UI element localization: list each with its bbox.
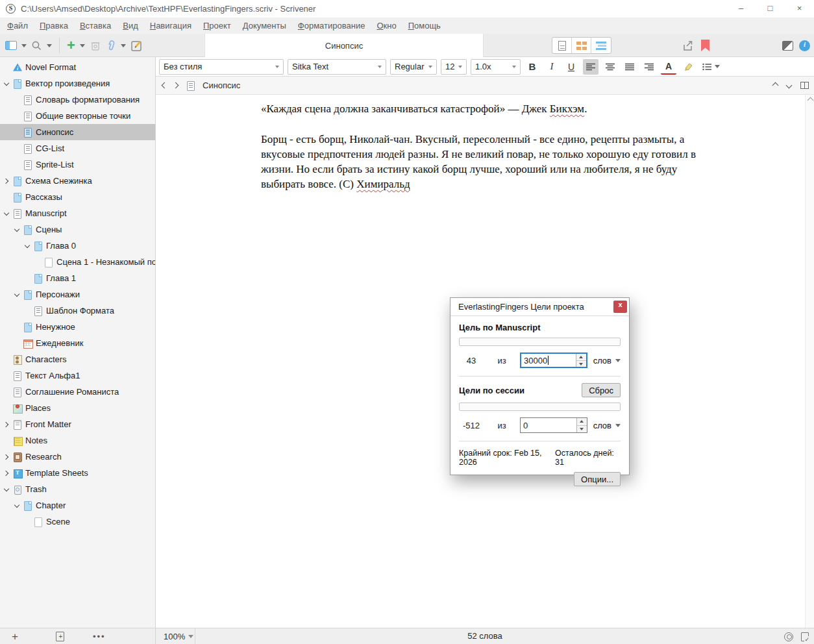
binder-item[interactable]: Chapter: [0, 497, 155, 514]
add-item-icon[interactable]: +: [67, 39, 75, 52]
font-size-dropdown[interactable]: 12: [441, 59, 467, 75]
binder-item[interactable]: Front Matter: [0, 416, 155, 432]
zoom-control[interactable]: 100%: [164, 628, 193, 644]
view-mode-corkboard-button[interactable]: [572, 38, 591, 53]
menu-project[interactable]: Проект: [197, 18, 237, 34]
binder-item[interactable]: Общие векторные точки: [0, 108, 155, 124]
list-button[interactable]: [700, 59, 722, 75]
document-status-icon[interactable]: [801, 632, 809, 641]
add-item-dropdown-icon[interactable]: [80, 44, 85, 47]
maximize-button[interactable]: □: [756, 0, 785, 18]
expander-right-icon[interactable]: [3, 421, 10, 428]
minimize-button[interactable]: –: [726, 0, 756, 18]
binder-item[interactable]: Places: [0, 400, 155, 416]
binder-item[interactable]: Глава 0: [0, 238, 155, 254]
view-mode-outline-button[interactable]: [591, 38, 611, 53]
expander-right-icon[interactable]: [3, 454, 10, 460]
binder-item[interactable]: Template Sheets: [0, 465, 155, 481]
back-button[interactable]: [162, 82, 168, 89]
editor-text[interactable]: «Каждая сцена должна заканчиваться катас…: [261, 95, 709, 192]
menu-edit[interactable]: Правка: [34, 18, 74, 34]
text-color-button[interactable]: A: [661, 59, 676, 75]
forward-button[interactable]: [173, 82, 179, 89]
session-unit-dropdown[interactable]: слов: [593, 421, 621, 430]
expander-down-icon[interactable]: [14, 502, 20, 509]
expander-right-icon[interactable]: [3, 470, 10, 477]
highlight-button[interactable]: [680, 59, 696, 75]
options-button[interactable]: Опции...: [574, 472, 621, 486]
binder-item[interactable]: CG-List: [0, 140, 155, 156]
binder-item[interactable]: Вектор произведения: [0, 75, 155, 92]
binder-item[interactable]: Сцены: [0, 221, 155, 238]
menu-format[interactable]: Форматирование: [292, 18, 371, 34]
bold-button[interactable]: B: [524, 59, 540, 75]
session-target-input[interactable]: 0: [520, 417, 587, 433]
binder-item[interactable]: Notes: [0, 432, 155, 449]
dialog-title-bar[interactable]: EverlastingFingers Цели проекта x: [450, 298, 629, 316]
binder-item[interactable]: Шаблон Формата: [0, 303, 155, 319]
bookmark-button[interactable]: [701, 34, 709, 57]
expander-down-icon[interactable]: [3, 210, 10, 217]
close-button[interactable]: ×: [785, 0, 814, 18]
align-right-button[interactable]: [641, 59, 657, 75]
binder-item[interactable]: Текст Альфа1: [0, 367, 155, 384]
binder-item[interactable]: Novel Format: [0, 59, 155, 75]
menu-view[interactable]: Вид: [117, 18, 144, 34]
binder-item[interactable]: Manuscript: [0, 205, 155, 221]
binder-item[interactable]: Персонажи: [0, 286, 155, 303]
search-dropdown-icon[interactable]: [47, 44, 52, 47]
manuscript-unit-dropdown[interactable]: слов: [593, 356, 621, 365]
editor-scrollbar[interactable]: [805, 95, 814, 628]
binder-item[interactable]: Research: [0, 449, 155, 465]
add-document-icon[interactable]: +: [12, 630, 18, 643]
dialog-close-button[interactable]: x: [613, 301, 627, 313]
expander-down-icon[interactable]: [14, 291, 20, 298]
binder-item[interactable]: Словарь форматирования: [0, 92, 155, 108]
expander-down-icon[interactable]: [3, 80, 10, 87]
binder-item[interactable]: Глава 1: [0, 270, 155, 286]
view-mode-document-button[interactable]: [552, 38, 572, 53]
compile-button[interactable]: [782, 34, 793, 57]
expander-down-icon[interactable]: [3, 486, 10, 493]
inspector-button[interactable]: i: [799, 34, 810, 57]
reset-button[interactable]: Сброс: [582, 383, 621, 397]
previous-document-button[interactable]: [772, 82, 779, 89]
binder-item[interactable]: Trash: [0, 481, 155, 497]
paperclip-dropdown-icon[interactable]: [121, 44, 126, 47]
expander-right-icon[interactable]: [3, 178, 10, 184]
menu-help[interactable]: Помощь: [402, 18, 447, 34]
binder-item[interactable]: Scene: [0, 514, 155, 530]
spin-down-button[interactable]: [576, 361, 586, 367]
spin-down-button[interactable]: [577, 426, 587, 433]
underline-button[interactable]: U: [563, 59, 579, 75]
menu-window[interactable]: Окно: [371, 18, 402, 34]
targets-icon[interactable]: [784, 632, 793, 641]
current-document-tab[interactable]: Синопсис: [204, 34, 484, 57]
font-weight-dropdown[interactable]: Regular: [390, 59, 437, 75]
paperclip-icon[interactable]: [106, 40, 116, 52]
font-dropdown[interactable]: Sitka Text: [288, 59, 386, 75]
split-editor-button[interactable]: [800, 82, 809, 89]
binder-item[interactable]: Sprite-List: [0, 156, 155, 173]
binder-item[interactable]: Ежедневник: [0, 335, 155, 351]
search-icon[interactable]: [31, 40, 42, 51]
align-center-button[interactable]: [602, 59, 618, 75]
manuscript-target-input[interactable]: 30000: [520, 353, 587, 368]
spin-up-button[interactable]: [577, 418, 587, 426]
style-dropdown[interactable]: Без стиля: [159, 59, 284, 75]
expander-down-icon[interactable]: [24, 243, 31, 249]
add-from-template-icon[interactable]: [56, 632, 64, 641]
binder-item[interactable]: Сцена 1 - Незнакомый потолок: [0, 254, 155, 270]
binder-item[interactable]: Схема Снежинка: [0, 173, 155, 189]
compose-icon[interactable]: [130, 40, 143, 52]
next-document-button[interactable]: [786, 82, 793, 89]
binder-item[interactable]: Ненужное: [0, 319, 155, 335]
binder-item[interactable]: Characters: [0, 351, 155, 367]
line-spacing-dropdown[interactable]: 1.0x: [471, 59, 521, 75]
align-left-button[interactable]: [583, 59, 598, 75]
expander-down-icon[interactable]: [14, 227, 20, 233]
menu-file[interactable]: Файл: [1, 18, 34, 34]
share-button[interactable]: [682, 34, 695, 57]
menu-navigate[interactable]: Навигация: [144, 18, 197, 34]
spin-up-button[interactable]: [576, 354, 586, 361]
